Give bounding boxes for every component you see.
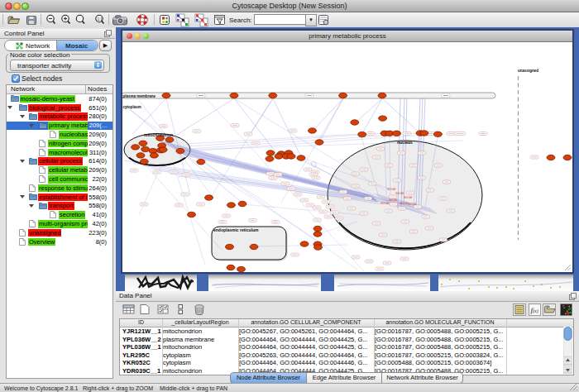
svg-text:GO:00: GO:00 — [387, 188, 395, 191]
svg-text:nucleus: nucleus — [397, 140, 413, 145]
svg-text:GO:00: GO:00 — [389, 198, 397, 202]
svg-text:GO:00: GO:00 — [404, 196, 412, 199]
svg-text:unassigned: unassigned — [518, 69, 538, 73]
svg-text:plasma membrane: plasma membrane — [123, 94, 156, 98]
svg-text:1:1: 1:1 — [98, 17, 103, 22]
svg-text:GO:00: GO:00 — [408, 203, 416, 206]
svg-text:GO:00: GO:00 — [400, 202, 408, 205]
svg-text:GO:00: GO:00 — [395, 192, 404, 195]
svg-text:endoplasmic reticulum: endoplasmic reticulum — [213, 227, 259, 232]
svg-text:GO:00: GO:00 — [380, 202, 389, 205]
svg-text:cytoplasm: cytoplasm — [123, 105, 141, 109]
svg-text:mitochondrion: mitochondrion — [144, 132, 173, 137]
